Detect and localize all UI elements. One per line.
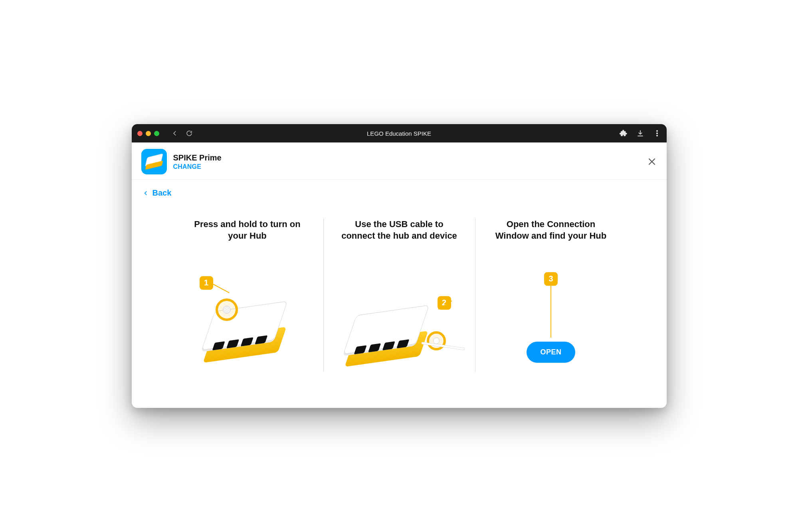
step-2-image: 2 xyxy=(340,268,459,372)
steps-container: Press and hold to turn on your Hub 1 Use xyxy=(132,202,667,408)
minimize-window-button[interactable] xyxy=(146,131,151,136)
svg-point-0 xyxy=(656,131,657,132)
product-header: SPIKE Prime CHANGE xyxy=(132,142,667,180)
connector-line xyxy=(550,286,551,338)
svg-point-2 xyxy=(656,135,657,136)
app-window: LEGO Education SPIKE SPIKE Prime CHANGE … xyxy=(132,124,667,408)
chevron-left-icon xyxy=(143,189,149,198)
step-3: Open the Connection Window and find your… xyxy=(475,218,627,372)
close-window-button[interactable] xyxy=(137,131,143,136)
window-controls xyxy=(137,131,159,136)
extension-icon[interactable] xyxy=(620,129,628,137)
step-2-title: Use the USB cable to connect the hub and… xyxy=(340,218,459,256)
maximize-window-button[interactable] xyxy=(154,131,159,136)
svg-point-1 xyxy=(656,133,657,134)
product-info: SPIKE Prime CHANGE xyxy=(173,153,222,170)
step-2: Use the USB cable to connect the hub and… xyxy=(323,218,475,372)
back-arrow-icon[interactable] xyxy=(171,130,178,137)
close-icon[interactable] xyxy=(647,156,657,167)
window-title: LEGO Education SPIKE xyxy=(132,130,667,137)
download-icon[interactable] xyxy=(636,129,644,137)
reload-icon[interactable] xyxy=(186,130,193,137)
kebab-menu-icon[interactable] xyxy=(653,129,661,137)
nav-controls xyxy=(171,130,193,137)
open-connection-button[interactable]: OPEN xyxy=(527,342,575,363)
step-1-title: Press and hold to turn on your Hub xyxy=(188,218,307,256)
step-3-title: Open the Connection Window and find your… xyxy=(491,218,611,256)
titlebar: LEGO Education SPIKE xyxy=(132,124,667,142)
change-product-link[interactable]: CHANGE xyxy=(173,163,222,170)
step-1: Press and hold to turn on your Hub 1 xyxy=(172,218,323,372)
step-3-content: 3 OPEN xyxy=(491,268,611,372)
product-icon xyxy=(141,149,167,174)
step-3-badge: 3 xyxy=(544,272,558,286)
product-name: SPIKE Prime xyxy=(173,153,222,162)
step-1-badge: 1 xyxy=(200,276,213,290)
back-label: Back xyxy=(152,188,172,198)
back-button[interactable]: Back xyxy=(143,188,172,198)
step-1-image: 1 xyxy=(188,268,307,372)
